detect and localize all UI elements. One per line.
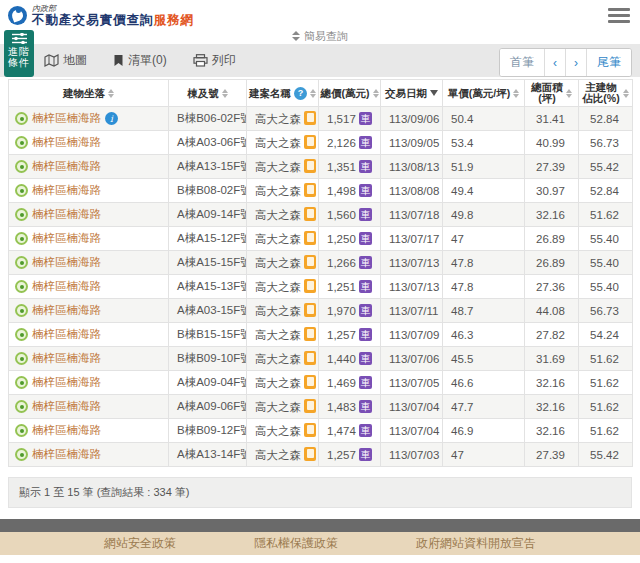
map-marker-icon[interactable]	[15, 400, 28, 413]
map-marker-icon[interactable]	[15, 160, 28, 173]
project-badge-icon[interactable]	[304, 255, 316, 269]
col-header-date[interactable]: 交易日期	[381, 80, 443, 107]
sort-desc-icon[interactable]	[430, 90, 438, 96]
col-header-unit-price[interactable]: 單價(萬元/坪)	[443, 80, 525, 107]
location-link[interactable]: 楠梓區楠海路	[32, 159, 101, 174]
sort-icon[interactable]	[513, 89, 519, 98]
col-header-location[interactable]: 建物坐落	[9, 80, 169, 107]
table-row[interactable]: 楠梓區楠海路 i B棟B06-02F號 高大之森 1,517車 113/09/0…	[9, 107, 633, 131]
map-marker-icon[interactable]	[15, 424, 28, 437]
parking-badge[interactable]: 車	[359, 136, 373, 150]
map-marker-icon[interactable]	[15, 304, 28, 317]
table-row[interactable]: 楠梓區楠海路 i A棟A15-12F號 高大之森 1,250車 113/07/1…	[9, 227, 633, 251]
col-header-area[interactable]: 總面積(坪)	[525, 80, 579, 107]
sort-icon[interactable]	[310, 89, 316, 98]
location-link[interactable]: 楠梓區楠海路	[32, 279, 101, 294]
parking-badge[interactable]: 車	[359, 280, 373, 294]
project-badge-icon[interactable]	[304, 375, 316, 389]
print-button[interactable]: 列印	[193, 52, 236, 69]
location-link[interactable]: 楠梓區楠海路	[32, 135, 101, 150]
project-badge-icon[interactable]	[304, 279, 316, 293]
parking-badge[interactable]: 車	[359, 232, 373, 246]
parking-badge[interactable]: 車	[359, 112, 373, 126]
map-marker-icon[interactable]	[15, 448, 28, 461]
footer-link-security[interactable]: 網站安全政策	[104, 535, 176, 552]
table-row[interactable]: 楠梓區楠海路 i A棟A13-15F號 高大之森 1,351車 113/08/1…	[9, 155, 633, 179]
parking-badge[interactable]: 車	[359, 328, 373, 342]
help-icon[interactable]: ?	[294, 87, 307, 100]
footer-link-opendata[interactable]: 政府網站資料開放宣告	[416, 535, 536, 552]
sort-icon[interactable]	[623, 89, 629, 98]
project-badge-icon[interactable]	[304, 231, 316, 245]
project-badge-icon[interactable]	[304, 183, 316, 197]
location-link[interactable]: 楠梓區楠海路	[32, 303, 101, 318]
moi-logo-icon[interactable]	[8, 6, 27, 25]
map-marker-icon[interactable]	[15, 208, 28, 221]
project-badge-icon[interactable]	[304, 207, 316, 221]
location-link[interactable]: 楠梓區楠海路	[32, 183, 101, 198]
table-row[interactable]: 楠梓區楠海路 i A棟A09-06F號 高大之森 1,483車 113/07/0…	[9, 395, 633, 419]
map-marker-icon[interactable]	[15, 280, 28, 293]
advanced-filter-button[interactable]: 進階 條件	[4, 30, 34, 77]
location-link[interactable]: 楠梓區楠海路	[32, 399, 101, 414]
map-button[interactable]: 地圖	[44, 52, 87, 69]
table-row[interactable]: 楠梓區楠海路 i B棟B09-12F號 高大之森 1,474車 113/07/0…	[9, 419, 633, 443]
brand[interactable]: 內政部 不動產交易實價查詢服務網	[32, 5, 194, 27]
location-link[interactable]: 楠梓區楠海路	[32, 423, 101, 438]
project-badge-icon[interactable]	[304, 423, 316, 437]
info-icon[interactable]: i	[105, 112, 118, 125]
map-marker-icon[interactable]	[15, 256, 28, 269]
project-badge-icon[interactable]	[304, 327, 316, 341]
list-button[interactable]: 清單(0)	[113, 52, 167, 69]
parking-badge[interactable]: 車	[359, 184, 373, 198]
table-row[interactable]: 楠梓區楠海路 i A棟A13-14F號 高大之森 1,257車 113/07/0…	[9, 443, 633, 467]
map-marker-icon[interactable]	[15, 376, 28, 389]
first-page-button[interactable]: 首筆	[500, 49, 544, 76]
col-header-ratio[interactable]: 主建物佔比(%)	[579, 80, 633, 107]
prev-page-button[interactable]: ‹	[544, 49, 565, 76]
table-row[interactable]: 楠梓區楠海路 i A棟A15-13F號 高大之森 1,251車 113/07/1…	[9, 275, 633, 299]
footer-link-privacy[interactable]: 隱私權保護政策	[254, 535, 338, 552]
parking-badge[interactable]: 車	[359, 352, 373, 366]
project-badge-icon[interactable]	[304, 399, 316, 413]
parking-badge[interactable]: 車	[359, 304, 373, 318]
last-page-button[interactable]: 尾筆	[586, 49, 631, 76]
parking-badge[interactable]: 車	[359, 400, 373, 414]
location-link[interactable]: 楠梓區楠海路	[32, 207, 101, 222]
project-badge-icon[interactable]	[304, 111, 316, 125]
query-mode-toggle[interactable]: 簡易查詢	[0, 28, 640, 44]
location-link[interactable]: 楠梓區楠海路	[32, 327, 101, 342]
location-link[interactable]: 楠梓區楠海路	[32, 255, 101, 270]
parking-badge[interactable]: 車	[359, 208, 373, 222]
parking-badge[interactable]: 車	[359, 448, 373, 462]
parking-badge[interactable]: 車	[359, 160, 373, 174]
table-row[interactable]: 楠梓區楠海路 i B棟B15-15F號 高大之森 1,257車 113/07/0…	[9, 323, 633, 347]
location-link[interactable]: 楠梓區楠海路	[32, 231, 101, 246]
col-header-price[interactable]: 總價(萬元)	[319, 80, 381, 107]
location-link[interactable]: 楠梓區楠海路	[32, 351, 101, 366]
map-marker-icon[interactable]	[15, 232, 28, 245]
table-row[interactable]: 楠梓區楠海路 i B棟B08-02F號 高大之森 1,498車 113/08/0…	[9, 179, 633, 203]
map-marker-icon[interactable]	[15, 112, 28, 125]
next-page-button[interactable]: ›	[565, 49, 586, 76]
map-marker-icon[interactable]	[15, 352, 28, 365]
parking-badge[interactable]: 車	[359, 376, 373, 390]
table-row[interactable]: 楠梓區楠海路 i A棟A15-15F號 高大之森 1,266車 113/07/1…	[9, 251, 633, 275]
project-badge-icon[interactable]	[304, 351, 316, 365]
table-row[interactable]: 楠梓區楠海路 i A棟A03-15F號 高大之森 1,970車 113/07/1…	[9, 299, 633, 323]
location-link[interactable]: 楠梓區楠海路	[32, 447, 101, 462]
col-header-building[interactable]: 棟及號	[169, 80, 247, 107]
project-badge-icon[interactable]	[304, 159, 316, 173]
map-marker-icon[interactable]	[15, 328, 28, 341]
sort-icon[interactable]	[222, 89, 228, 98]
sort-icon[interactable]	[108, 89, 114, 98]
parking-badge[interactable]: 車	[359, 424, 373, 438]
location-link[interactable]: 楠梓區楠海路	[32, 111, 101, 126]
table-row[interactable]: 楠梓區楠海路 i A棟A03-06F號 高大之森 2,126車 113/09/0…	[9, 131, 633, 155]
table-row[interactable]: 楠梓區楠海路 i A棟A09-04F號 高大之森 1,469車 113/07/0…	[9, 371, 633, 395]
map-marker-icon[interactable]	[15, 184, 28, 197]
sort-icon[interactable]	[566, 89, 572, 98]
menu-icon[interactable]	[608, 8, 630, 26]
project-badge-icon[interactable]	[304, 447, 316, 461]
project-badge-icon[interactable]	[304, 135, 316, 149]
